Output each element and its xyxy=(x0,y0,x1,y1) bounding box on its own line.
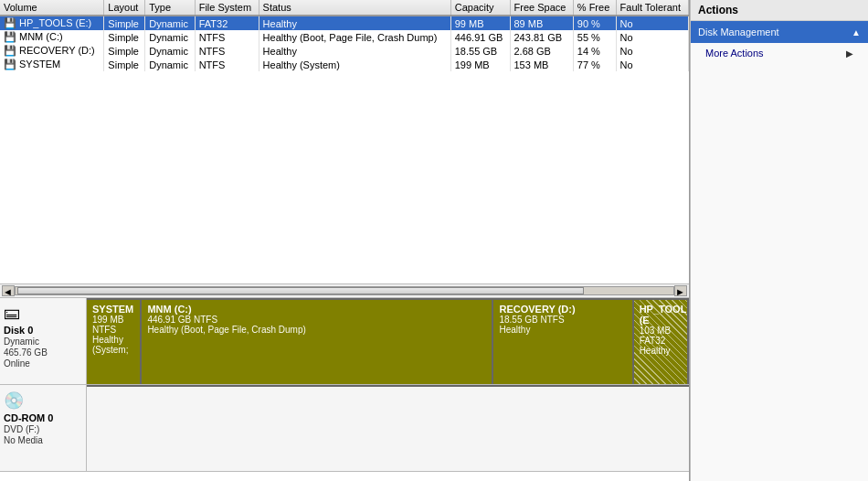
cell-status: Healthy (System) xyxy=(259,58,450,71)
table-wrapper[interactable]: VolumeLayoutTypeFile SystemStatusCapacit… xyxy=(0,0,689,283)
partition-size: 446.91 GB NTFS xyxy=(147,315,486,325)
cell-free-space: 243.81 GB xyxy=(510,30,573,44)
partition-name: MNM (C:) xyxy=(147,304,486,315)
col-header-layout[interactable]: Layout xyxy=(104,0,145,16)
partition[interactable]: SYSTEM199 MB NTFSHealthy (System; xyxy=(87,300,142,384)
disk-label: 💿CD-ROM 0DVD (F:)No Media xyxy=(0,385,87,471)
volume-icon: 💾 xyxy=(4,59,16,69)
cell---free: 90 % xyxy=(573,16,616,30)
cell-fault-tolerant: No xyxy=(616,16,688,30)
col-header---free[interactable]: % Free xyxy=(573,0,616,16)
partition-status: Healthy (System; xyxy=(92,335,134,355)
partition-name: SYSTEM xyxy=(92,304,134,315)
cell-fault-tolerant: No xyxy=(616,44,688,58)
partition-size: 18.55 GB NTFS xyxy=(499,315,626,325)
disk-row: 💿CD-ROM 0DVD (F:)No Media xyxy=(0,385,689,472)
col-header-type[interactable]: Type xyxy=(145,0,195,16)
cell-free-space: 2.68 GB xyxy=(510,44,573,58)
col-header-capacity[interactable]: Capacity xyxy=(450,0,510,16)
disk-type-label: Dynamic xyxy=(4,337,82,347)
disk-view: 🖴Disk 0Dynamic465.76 GBOnlineSYSTEM199 M… xyxy=(0,298,689,481)
col-header-status[interactable]: Status xyxy=(259,0,450,16)
disk-status-label: No Media xyxy=(4,435,82,445)
cell-volume: 💾HP_TOOLS (E:) xyxy=(0,16,104,30)
cell-capacity: 446.91 GB xyxy=(450,30,510,44)
actions-panel: Actions Disk Management ▲ More Actions ▶ xyxy=(690,0,868,481)
cell-capacity: 18.55 GB xyxy=(450,44,510,58)
cell-file-system: NTFS xyxy=(195,30,259,44)
main-content: VolumeLayoutTypeFile SystemStatusCapacit… xyxy=(0,0,690,481)
disk-row: 🖴Disk 0Dynamic465.76 GBOnlineSYSTEM199 M… xyxy=(0,298,689,385)
partition[interactable]: HP_TOOLS (E103 MB FAT32Healthy xyxy=(634,300,689,384)
col-header-free-space[interactable]: Free Space xyxy=(510,0,573,16)
disk-id-label: CD-ROM 0 xyxy=(4,412,82,423)
disk-id-label: Disk 0 xyxy=(4,325,82,336)
cell-capacity: 199 MB xyxy=(450,58,510,71)
cell-status: Healthy xyxy=(259,44,450,58)
disk-icon: 🖴 xyxy=(4,304,82,323)
col-header-volume[interactable]: Volume xyxy=(0,0,104,16)
cell-type: Dynamic xyxy=(145,44,195,58)
partition-status: Healthy xyxy=(499,325,626,335)
more-actions-arrow-icon: ▶ xyxy=(846,48,853,59)
table-row[interactable]: 💾SYSTEMSimpleDynamicNTFSHealthy (System)… xyxy=(0,58,689,71)
disk-size-label: 465.76 GB xyxy=(4,347,82,358)
disk-type-label: DVD (F:) xyxy=(4,424,82,434)
cell-layout: Simple xyxy=(104,30,145,44)
scroll-track[interactable] xyxy=(15,286,674,295)
more-actions-label: More Actions xyxy=(705,48,764,59)
cell---free: 14 % xyxy=(573,44,616,58)
cell---free: 55 % xyxy=(573,30,616,44)
cell-layout: Simple xyxy=(104,58,145,71)
table-row[interactable]: 💾MNM (C:)SimpleDynamicNTFSHealthy (Boot,… xyxy=(0,30,689,44)
cell-file-system: NTFS xyxy=(195,58,259,71)
partition-size: 199 MB NTFS xyxy=(92,315,134,335)
table-row[interactable]: 💾RECOVERY (D:)SimpleDynamicNTFSHealthy18… xyxy=(0,44,689,58)
cell---free: 77 % xyxy=(573,58,616,71)
col-header-fault-tolerant[interactable]: Fault Tolerant xyxy=(616,0,688,16)
disk-partitions: SYSTEM199 MB NTFSHealthy (System;MNM (C:… xyxy=(87,298,689,384)
table-row[interactable]: 💾HP_TOOLS (E:)SimpleDynamicFAT32Healthy9… xyxy=(0,16,689,30)
partition-status: Healthy xyxy=(640,346,682,356)
table-area: VolumeLayoutTypeFile SystemStatusCapacit… xyxy=(0,0,689,283)
cell-layout: Simple xyxy=(104,44,145,58)
cell-type: Dynamic xyxy=(145,30,195,44)
partition[interactable]: RECOVERY (D:)18.55 GB NTFSHealthy xyxy=(493,300,633,384)
empty-disk-area xyxy=(87,385,689,471)
disk-management-label: Disk Management xyxy=(698,27,779,37)
section-collapse-icon: ▲ xyxy=(852,27,861,37)
cell-free-space: 153 MB xyxy=(510,58,573,71)
cell-volume: 💾SYSTEM xyxy=(0,58,104,71)
cell-layout: Simple xyxy=(104,16,145,30)
cell-volume: 💾RECOVERY (D:) xyxy=(0,44,104,58)
scroll-left-btn[interactable]: ◄ xyxy=(2,285,15,296)
disk-management-section[interactable]: Disk Management ▲ xyxy=(691,21,868,43)
volume-table: VolumeLayoutTypeFile SystemStatusCapacit… xyxy=(0,0,689,71)
scroll-thumb[interactable] xyxy=(17,287,584,294)
disk-status-label: Online xyxy=(4,358,82,369)
col-header-file-system[interactable]: File System xyxy=(195,0,259,16)
disk-label: 🖴Disk 0Dynamic465.76 GBOnline xyxy=(0,298,87,384)
partition-name: HP_TOOLS (E xyxy=(640,304,682,326)
cell-fault-tolerant: No xyxy=(616,58,688,71)
scroll-right-btn[interactable]: ► xyxy=(674,285,687,296)
partition-name: RECOVERY (D:) xyxy=(499,304,626,315)
disk-icon: 💿 xyxy=(4,390,82,411)
cell-free-space: 89 MB xyxy=(510,16,573,30)
cell-type: Dynamic xyxy=(145,58,195,71)
horizontal-scrollbar[interactable]: ◄ ► xyxy=(0,283,689,298)
partition[interactable]: MNM (C:)446.91 GB NTFSHealthy (Boot, Pag… xyxy=(142,300,493,384)
volume-icon: 💾 xyxy=(4,45,16,56)
cell-file-system: NTFS xyxy=(195,44,259,58)
volume-icon: 💾 xyxy=(4,31,16,42)
more-actions-item[interactable]: More Actions ▶ xyxy=(691,43,868,63)
cell-file-system: FAT32 xyxy=(195,16,259,30)
partition-status: Healthy (Boot, Page File, Crash Dump) xyxy=(147,325,486,335)
cell-volume: 💾MNM (C:) xyxy=(0,30,104,44)
cell-status: Healthy xyxy=(259,16,450,30)
partition-size: 103 MB FAT32 xyxy=(640,326,682,346)
cell-status: Healthy (Boot, Page File, Crash Dump) xyxy=(259,30,450,44)
cell-type: Dynamic xyxy=(145,16,195,30)
actions-title: Actions xyxy=(691,0,868,21)
cell-capacity: 99 MB xyxy=(450,16,510,30)
